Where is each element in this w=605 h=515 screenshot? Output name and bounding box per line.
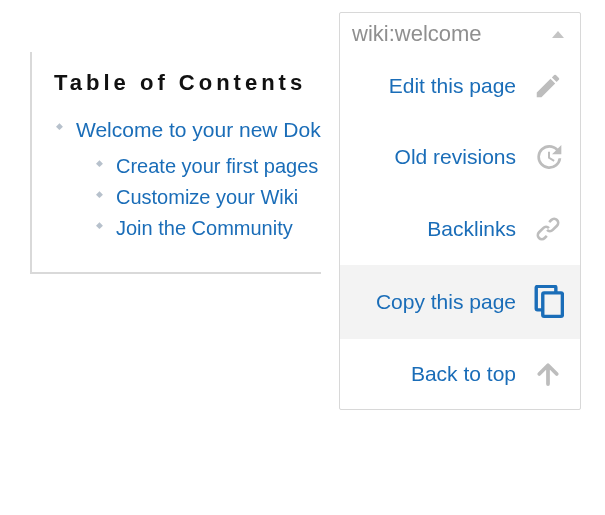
menu-item-top[interactable]: Back to top — [340, 339, 580, 409]
toc-link[interactable]: Welcome to your new DokuWiki — [76, 118, 372, 141]
menu-item-edit[interactable]: Edit this page — [340, 51, 580, 121]
svg-rect-1 — [543, 293, 563, 317]
page-tools-panel: wiki:welcome Edit this page Old revision… — [339, 12, 581, 410]
menu-label: Backlinks — [358, 217, 530, 241]
pencil-icon — [530, 71, 566, 101]
link-icon — [530, 213, 566, 245]
collapse-button[interactable] — [550, 28, 566, 40]
menu-item-revisions[interactable]: Old revisions — [340, 121, 580, 193]
toc-link[interactable]: Customize your Wiki — [116, 186, 298, 208]
panel-header: wiki:welcome — [340, 13, 580, 51]
copy-icon — [530, 285, 566, 319]
menu-label: Back to top — [358, 362, 530, 386]
toc-link[interactable]: Join the Community — [116, 217, 293, 239]
menu-label: Copy this page — [358, 290, 530, 314]
menu-item-copy[interactable]: Copy this page — [340, 265, 580, 339]
toc-link[interactable]: Create your first pages — [116, 155, 318, 177]
menu-item-backlinks[interactable]: Backlinks — [340, 193, 580, 265]
arrow-up-icon — [530, 359, 566, 389]
menu-label: Old revisions — [358, 145, 530, 169]
history-icon — [530, 141, 566, 173]
panel-title: wiki:welcome — [352, 21, 482, 47]
menu-label: Edit this page — [358, 74, 530, 98]
chevron-up-icon — [550, 28, 566, 40]
